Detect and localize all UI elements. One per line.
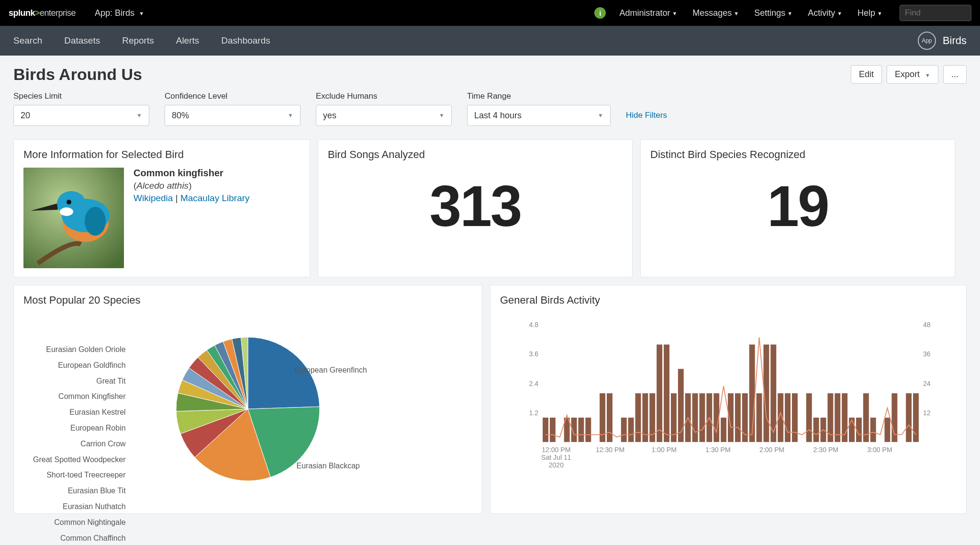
nav-reports[interactable]: Reports xyxy=(122,35,154,46)
x-tick: 3:00 PM xyxy=(867,446,892,454)
nav-search[interactable]: Search xyxy=(13,35,42,46)
time-range-dropdown[interactable]: Last 4 hours ▼ xyxy=(467,105,611,126)
macaulay-link[interactable]: Macaulay Library xyxy=(180,193,250,203)
x-tick: 2:00 PM xyxy=(759,446,784,454)
activity-bar[interactable] xyxy=(700,393,705,442)
y-left-tick: 1.2 xyxy=(529,409,538,417)
global-search[interactable] xyxy=(900,5,971,21)
species-limit-dropdown[interactable]: 20 ▼ xyxy=(13,105,149,126)
activity-bar[interactable] xyxy=(578,418,584,442)
activity-bar[interactable] xyxy=(870,418,876,442)
bird-links: Wikipedia | Macaulay Library xyxy=(134,193,250,204)
caret-down-icon: ▼ xyxy=(598,112,603,119)
link-separator: | xyxy=(173,193,180,203)
panel-title: More Information for Selected Bird xyxy=(23,148,300,161)
edit-button[interactable]: Edit xyxy=(851,65,882,84)
filter-exclude-humans: Exclude Humans yes ▼ xyxy=(316,91,452,126)
activity-bar[interactable] xyxy=(849,418,855,442)
activity-bar[interactable] xyxy=(735,393,741,442)
activity-bar[interactable] xyxy=(635,393,641,442)
activity-bar[interactable] xyxy=(607,393,612,442)
pie-label: Great Spotted Woodpecker xyxy=(33,452,126,468)
activity-bar[interactable] xyxy=(749,344,755,442)
menu-activity[interactable]: Activity▼ xyxy=(808,8,842,18)
x-tick: 2:30 PM xyxy=(813,446,838,454)
panel-row-bottom: Most Popular 20 Species Eurasian Golden … xyxy=(0,277,980,514)
activity-bar[interactable] xyxy=(621,418,627,442)
species-count-value: 19 xyxy=(650,168,945,239)
activity-bar[interactable] xyxy=(792,393,798,442)
pie-label: Eurasian Blue Tit xyxy=(33,483,126,499)
wikipedia-link[interactable]: Wikipedia xyxy=(134,193,173,203)
bird-common-name: Common kingfisher xyxy=(134,168,250,179)
export-label: Export xyxy=(895,69,920,79)
nav-dashboards[interactable]: Dashboards xyxy=(221,35,270,46)
activity-bar[interactable] xyxy=(657,344,662,442)
nav-alerts[interactable]: Alerts xyxy=(176,35,200,46)
dropdown-value: Last 4 hours xyxy=(474,111,522,121)
activity-bar[interactable] xyxy=(806,393,812,442)
pie-label: Common Nightingale xyxy=(33,515,126,531)
x-tick: 12:00 PM xyxy=(542,446,570,454)
y-right-tick: 24 xyxy=(923,380,931,387)
filter-time-range: Time Range Last 4 hours ▼ xyxy=(467,91,611,126)
export-button[interactable]: Export ▼ xyxy=(887,65,938,84)
y-right-tick: 48 xyxy=(923,321,931,329)
panel-row-top: More Information for Selected Bird xyxy=(0,139,980,277)
y-left-tick: 4.8 xyxy=(529,321,538,329)
activity-bar[interactable] xyxy=(678,369,684,442)
activity-chart: 1.22.43.64.81224364812:00 PM12:30 PM1:00… xyxy=(500,313,957,505)
activity-bar[interactable] xyxy=(628,418,634,442)
activity-bar[interactable] xyxy=(906,393,912,442)
activity-bar[interactable] xyxy=(550,418,556,442)
app-badge-icon: App xyxy=(918,32,936,50)
confidence-dropdown[interactable]: 80% ▼ xyxy=(165,105,301,126)
caret-down-icon: ▼ xyxy=(288,112,293,119)
caret-down-icon: ▼ xyxy=(877,11,882,16)
caret-down-icon: ▼ xyxy=(672,11,677,16)
pie-label: Eurasian Nuthatch xyxy=(33,499,126,515)
pie-label: European Robin xyxy=(33,420,126,436)
app-switcher[interactable]: App: Birds ▼ xyxy=(95,8,144,18)
caret-down-icon: ▼ xyxy=(734,11,739,16)
info-badge-icon[interactable]: i xyxy=(594,7,606,19)
pie-left-labels: Eurasian Golden OrioleEuropean Goldfinch… xyxy=(33,342,126,545)
brand-post: enterprise xyxy=(40,8,76,18)
menu-settings[interactable]: Settings▼ xyxy=(754,8,792,18)
activity-bar[interactable] xyxy=(543,418,548,442)
exclude-humans-dropdown[interactable]: yes ▼ xyxy=(316,105,452,126)
svg-point-7 xyxy=(67,200,71,204)
filter-species-limit: Species Limit 20 ▼ xyxy=(13,91,149,126)
nav-datasets[interactable]: Datasets xyxy=(64,35,100,46)
x-sub-date: Sat Jul 11 xyxy=(541,454,571,461)
brand-logo: splunk>enterprise xyxy=(9,8,76,18)
activity-bar[interactable] xyxy=(757,393,762,442)
activity-bar[interactable] xyxy=(585,418,591,442)
panel-title: General Birds Activity xyxy=(500,294,957,307)
activity-bar[interactable] xyxy=(785,393,791,442)
global-search-input[interactable] xyxy=(905,8,980,18)
page-title: Birds Around Us xyxy=(13,65,846,84)
y-right-tick: 36 xyxy=(923,350,931,358)
y-left-tick: 2.4 xyxy=(529,380,538,387)
caret-down-icon: ▼ xyxy=(787,11,792,16)
dropdown-value: yes xyxy=(323,111,336,121)
more-actions-button[interactable]: ... xyxy=(943,65,967,84)
activity-bar[interactable] xyxy=(692,393,698,442)
menu-administrator[interactable]: Administrator▼ xyxy=(619,8,677,18)
activity-bar[interactable] xyxy=(885,418,891,442)
caret-down-icon: ▼ xyxy=(139,11,144,16)
hide-filters-link[interactable]: Hide Filters xyxy=(626,111,667,120)
panel-title: Most Popular 20 Species xyxy=(23,294,472,307)
activity-bar[interactable] xyxy=(721,418,726,442)
app-name-label: Birds xyxy=(943,34,967,47)
caret-down-icon: ▼ xyxy=(837,11,842,16)
bird-image xyxy=(23,168,124,268)
menu-help[interactable]: Help▼ xyxy=(858,8,882,18)
app-subnav: Search Datasets Reports Alerts Dashboard… xyxy=(0,26,980,56)
activity-bar[interactable] xyxy=(813,418,819,442)
menu-messages[interactable]: Messages▼ xyxy=(692,8,739,18)
panel-title: Bird Songs Analyzed xyxy=(328,148,623,161)
filter-label: Species Limit xyxy=(13,91,149,101)
activity-bar[interactable] xyxy=(664,344,669,442)
